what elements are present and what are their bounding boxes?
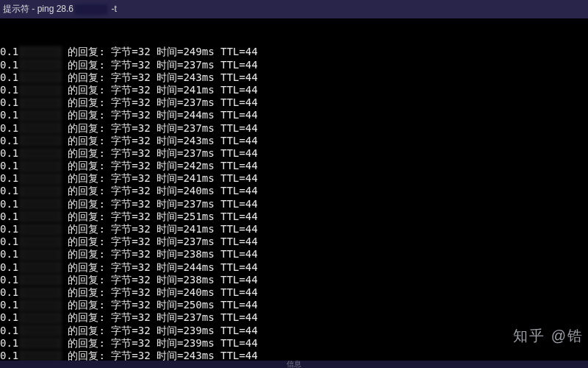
ip-masked	[19, 337, 62, 349]
ip-prefix: 0.1	[0, 198, 19, 210]
window-titlebar[interactable]: 提示符 - ping 28.6 -t	[0, 0, 588, 18]
ip-prefix: 0.1	[0, 135, 19, 147]
reply-text: 的回复: 字节=32 时间=243ms TTL=44	[62, 135, 258, 147]
ping-reply-line: 0.1 的回复: 字节=32 时间=239ms TTL=44	[0, 337, 588, 350]
ip-prefix: 0.1	[0, 261, 19, 274]
ip-prefix: 0.1	[0, 236, 19, 248]
reply-text: 的回复: 字节=32 时间=241ms TTL=44	[62, 223, 258, 236]
ping-reply-line: 0.1 的回复: 字节=32 时间=237ms TTL=44	[0, 198, 588, 210]
ip-masked	[19, 261, 62, 273]
ip-masked	[19, 135, 62, 146]
ping-reply-line: 0.1 的回复: 字节=32 时间=241ms TTL=44	[0, 84, 588, 96]
ping-reply-line: 0.1 的回复: 字节=32 时间=240ms TTL=44	[0, 286, 588, 299]
ip-masked	[19, 148, 62, 160]
reply-text: 的回复: 字节=32 时间=237ms TTL=44	[62, 122, 258, 135]
ping-reply-line: 0.1 的回复: 字节=32 时间=240ms TTL=44	[0, 185, 588, 197]
ping-reply-line: 0.1 的回复: 字节=32 时间=250ms TTL=44	[0, 299, 588, 311]
ip-masked	[19, 85, 62, 96]
reply-text: 的回复: 字节=32 时间=237ms TTL=44	[62, 311, 258, 324]
ping-reply-line: 0.1 的回复: 字节=32 时间=237ms TTL=44	[0, 59, 588, 71]
ip-prefix: 0.1	[0, 325, 19, 337]
ip-prefix: 0.1	[0, 248, 19, 261]
title-ip-mask	[75, 4, 107, 15]
ip-prefix: 0.1	[0, 185, 19, 197]
ip-masked	[19, 274, 62, 286]
ip-masked	[19, 97, 62, 109]
reply-text: 的回复: 字节=32 时间=239ms TTL=44	[62, 325, 258, 337]
ip-prefix: 0.1	[0, 274, 19, 286]
ip-masked	[19, 249, 62, 261]
bottom-status-strip: 信息	[0, 361, 588, 368]
ip-prefix: 0.1	[0, 46, 19, 58]
ip-prefix: 0.1	[0, 109, 19, 121]
ping-reply-line: 0.1 的回复: 字节=32 时间=238ms TTL=44	[0, 274, 588, 286]
ping-reply-line: 0.1 的回复: 字节=32 时间=237ms TTL=44	[0, 122, 588, 135]
ip-prefix: 0.1	[0, 59, 19, 71]
ping-reply-line: 0.1 的回复: 字节=32 时间=249ms TTL=44	[0, 46, 588, 58]
ip-masked	[19, 185, 62, 197]
ip-prefix: 0.1	[0, 223, 19, 236]
ping-reply-line: 0.1 的回复: 字节=32 时间=244ms TTL=44	[0, 261, 588, 274]
title-ip-a: 28.6	[57, 4, 74, 14]
ip-masked	[19, 160, 62, 172]
ip-prefix: 0.1	[0, 210, 19, 223]
ping-reply-line: 0.1 的回复: 字节=32 时间=242ms TTL=44	[0, 160, 588, 172]
ping-reply-line: 0.1 的回复: 字节=32 时间=238ms TTL=44	[0, 248, 588, 261]
ping-reply-line: 0.1 的回复: 字节=32 时间=244ms TTL=44	[0, 109, 588, 121]
ip-masked	[19, 224, 62, 236]
ping-reply-line: 0.1 的回复: 字节=32 时间=237ms TTL=44	[0, 311, 588, 324]
reply-text: 的回复: 字节=32 时间=251ms TTL=44	[62, 210, 258, 223]
reply-text: 的回复: 字节=32 时间=237ms TTL=44	[62, 236, 258, 248]
ip-masked	[19, 122, 62, 134]
ip-prefix: 0.1	[0, 286, 19, 299]
ip-masked	[19, 325, 62, 336]
ping-reply-line: 0.1 的回复: 字节=32 时间=241ms TTL=44	[0, 172, 588, 185]
ping-reply-line: 0.1 的回复: 字节=32 时间=241ms TTL=44	[0, 223, 588, 236]
ping-reply-line: 0.1 的回复: 字节=32 时间=237ms TTL=44	[0, 147, 588, 160]
ping-reply-line: 0.1 的回复: 字节=32 时间=243ms TTL=44	[0, 71, 588, 84]
ip-masked	[19, 59, 62, 71]
ip-prefix: 0.1	[0, 84, 19, 96]
ip-masked	[19, 210, 62, 222]
ping-reply-line: 0.1 的回复: 字节=32 时间=239ms TTL=44	[0, 325, 588, 337]
title-prefix: 提示符 - ping	[3, 4, 57, 14]
reply-text: 的回复: 字节=32 时间=238ms TTL=44	[62, 248, 258, 261]
reply-text: 的回复: 字节=32 时间=244ms TTL=44	[62, 261, 258, 274]
ip-prefix: 0.1	[0, 172, 19, 185]
reply-text: 的回复: 字节=32 时间=241ms TTL=44	[62, 84, 258, 96]
reply-text: 的回复: 字节=32 时间=237ms TTL=44	[62, 198, 258, 210]
ip-masked	[19, 236, 62, 248]
reply-text: 的回复: 字节=32 时间=249ms TTL=44	[62, 46, 258, 58]
ping-reply-line: 0.1 的回复: 字节=32 时间=251ms TTL=44	[0, 210, 588, 223]
ip-masked	[19, 173, 62, 185]
ip-prefix: 0.1	[0, 71, 19, 84]
reply-text: 的回复: 字节=32 时间=240ms TTL=44	[62, 185, 258, 197]
ip-masked	[19, 46, 62, 58]
reply-text: 的回复: 字节=32 时间=239ms TTL=44	[62, 337, 258, 350]
reply-text: 的回复: 字节=32 时间=237ms TTL=44	[62, 147, 258, 160]
ping-reply-line: 0.1 的回复: 字节=32 时间=237ms TTL=44	[0, 236, 588, 248]
reply-text: 的回复: 字节=32 时间=241ms TTL=44	[62, 172, 258, 185]
ip-masked	[19, 198, 62, 210]
reply-text: 的回复: 字节=32 时间=237ms TTL=44	[62, 59, 258, 71]
ip-prefix: 0.1	[0, 299, 19, 311]
reply-text: 的回复: 字节=32 时间=242ms TTL=44	[62, 160, 258, 172]
reply-text: 的回复: 字节=32 时间=244ms TTL=44	[62, 109, 258, 121]
ip-prefix: 0.1	[0, 311, 19, 324]
ping-reply-line: 0.1 的回复: 字节=32 时间=237ms TTL=44	[0, 96, 588, 109]
ip-masked	[19, 71, 62, 83]
ip-masked	[19, 312, 62, 324]
ip-masked	[19, 110, 62, 121]
reply-text: 的回复: 字节=32 时间=237ms TTL=44	[62, 96, 258, 109]
terminal-output[interactable]: 0.1 的回复: 字节=32 时间=249ms TTL=440.1 的回复: 字…	[0, 18, 588, 368]
ip-prefix: 0.1	[0, 337, 19, 350]
reply-text: 的回复: 字节=32 时间=238ms TTL=44	[62, 274, 258, 286]
ip-prefix: 0.1	[0, 122, 19, 135]
title-suffix: -t	[109, 4, 117, 14]
reply-text: 的回复: 字节=32 时间=240ms TTL=44	[62, 286, 258, 299]
ip-prefix: 0.1	[0, 96, 19, 109]
ip-masked	[19, 287, 62, 299]
reply-text: 的回复: 字节=32 时间=250ms TTL=44	[62, 299, 258, 311]
ping-reply-line: 0.1 的回复: 字节=32 时间=243ms TTL=44	[0, 135, 588, 147]
ip-prefix: 0.1	[0, 147, 19, 160]
